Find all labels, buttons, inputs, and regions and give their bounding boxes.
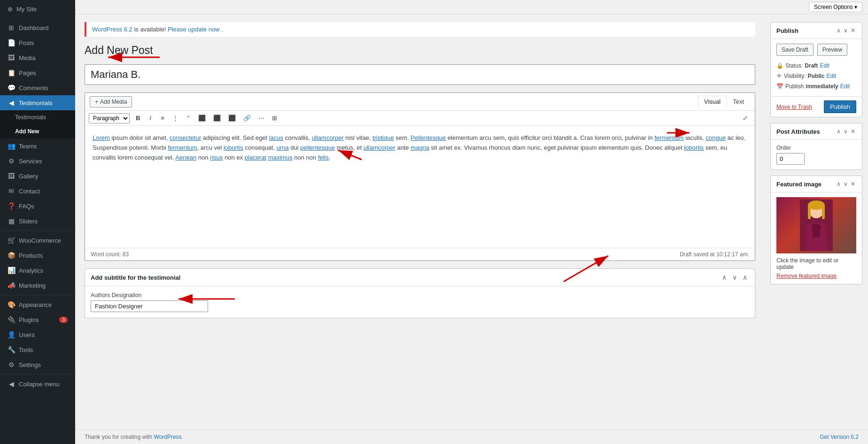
italic-button[interactable]: I [145,113,156,123]
editor-toolbar: Paragraph B I ≡ ⋮ " ⬛ ⬛ ⬛ 🔗 ⋯ ⊞ ⤢ [85,111,755,126]
sidebar-item-label: Posts [19,39,34,46]
order-input[interactable] [776,153,805,165]
featured-image-caption[interactable]: Click the image to edit or update [776,257,856,270]
publish-down-button[interactable]: ∨ [843,26,849,35]
remove-featured-image-button[interactable]: Remove featured image [776,273,837,279]
fi-up-button[interactable]: ∧ [836,180,842,188]
calendar-icon: 📅 [776,83,783,90]
attr-up-button[interactable]: ∧ [836,127,842,136]
get-version-link[interactable]: Get Version 6.2 [820,434,859,440]
content-area: WordPress 6.2 is available! Please updat… [75,15,868,429]
update-now-link[interactable]: Please update now [168,26,220,33]
metabox-down-button[interactable]: ∨ [730,273,739,282]
screen-options-button[interactable]: Screen Options ▾ [809,2,862,12]
sidebar-item-tools[interactable]: 🔧 Tools [0,342,75,357]
visibility-icon: 👁 [776,73,782,79]
publish-up-button[interactable]: ∧ [836,26,842,35]
add-media-button[interactable]: + Add Media [90,96,132,107]
sidebar-item-gallery[interactable]: 🖼 Gallery [0,168,75,184]
sidebar-item-testimonials[interactable]: ◀ Testimonials [0,95,75,110]
tab-visual[interactable]: Visual [698,96,727,107]
submenu-label: Testimonials [15,114,46,121]
sidebar-collapse[interactable]: ◀ Collapse menu [0,376,75,391]
sidebar-item-users[interactable]: 👤 Users [0,327,75,342]
wp-logo-icon: ⊛ [8,6,13,13]
attr-close-button[interactable]: ✕ [850,127,856,136]
sidebar-item-label: Plugins [19,316,39,323]
align-left-button[interactable]: ⬛ [195,113,209,123]
sidebar-item-appearance[interactable]: 🎨 Appearance [0,297,75,312]
status-edit-link[interactable]: Edit [820,62,829,69]
sidebar-item-label: Teams [19,143,37,150]
status-label: Status: [785,62,803,69]
sidebar-submenu-add-new[interactable]: Add New [0,124,75,138]
contact-icon: ✉ [8,187,15,195]
sidebar-logo[interactable]: ⊛ My Site [0,0,75,18]
testimonials-icon: ◀ [8,99,15,107]
authors-designation-label: Authors Designation [91,292,749,299]
status-value: Draft [805,62,818,69]
publish-close-button[interactable]: ✕ [850,26,856,35]
publish-actions: Save Draft Preview [776,44,856,56]
sidebar-item-services[interactable]: ⚙ Services [0,153,75,168]
metabox-up-button[interactable]: ∧ [720,273,728,282]
sidebar-submenu-testimonials[interactable]: Testimonials [0,110,75,124]
blockquote-button[interactable]: " [183,113,194,123]
topbar: Screen Options ▾ [75,0,868,15]
sidebar-item-sliders[interactable]: ▦ Sliders [0,214,75,229]
metabox-close-button[interactable]: ∧ [741,273,749,282]
link-button[interactable]: 🔗 [240,113,254,123]
move-to-trash-button[interactable]: Move to Trash [776,104,812,110]
publish-edit-link[interactable]: Edit [840,83,850,90]
collapse-icon: ◀ [8,380,15,388]
sidebar-item-label: Analytics [19,267,43,274]
visibility-edit-link[interactable]: Edit [826,73,836,79]
sidebar-item-marketing[interactable]: 📣 Marketing [0,278,75,293]
unordered-list-button[interactable]: ≡ [157,113,168,123]
notice-text-middle: is available! [134,26,168,33]
fi-down-button[interactable]: ∨ [843,180,849,188]
authors-designation-input[interactable] [91,300,208,312]
post-title-input[interactable] [85,64,755,85]
tab-text[interactable]: Text [727,96,750,107]
bold-button[interactable]: B [132,113,144,123]
sidebar-item-teams[interactable]: 👥 Teams [0,138,75,153]
featured-image-thumbnail[interactable] [776,197,856,253]
sidebar-item-contact[interactable]: ✉ Contact [0,184,75,199]
sidebar-item-plugins[interactable]: 🔌 Plugins 3 [0,312,75,327]
wordpress-link[interactable]: WordPress [154,434,181,440]
publish-button[interactable]: Publish [824,100,856,113]
table-button[interactable]: ⊞ [269,113,280,123]
expand-button[interactable]: ⤢ [739,113,751,123]
fi-close-button[interactable]: ✕ [850,180,856,188]
sidebar-item-settings[interactable]: ⚙ Settings [0,357,75,372]
sidebar-item-products[interactable]: 📦 Products [0,248,75,263]
align-right-button[interactable]: ⬛ [225,113,239,123]
more-button[interactable]: ⋯ [255,113,268,123]
sidebar-item-label: FAQs [19,203,34,210]
wp-version-link[interactable]: WordPress 6.2 [92,26,132,33]
save-draft-button[interactable]: Save Draft [776,44,814,56]
sidebar-item-dashboard[interactable]: ⊞ Dashboard [0,20,75,35]
teams-icon: 👥 [8,142,15,150]
sidebar-item-pages[interactable]: 📋 Pages [0,65,75,80]
sidebar-item-media[interactable]: 🖼 Media [0,50,75,65]
ordered-list-button[interactable]: ⋮ [169,113,182,123]
woocommerce-icon: 🛒 [8,237,15,244]
align-center-button[interactable]: ⬛ [210,113,224,123]
media-icon: 🖼 [8,54,15,61]
sidebar-item-faqs[interactable]: ❓ FAQs [0,199,75,214]
attr-down-button[interactable]: ∨ [843,127,849,136]
sidebar-item-woocommerce[interactable]: 🛒 WooCommerce [0,233,75,248]
post-attributes-body: Order [771,140,862,169]
metabox-title: Add subtitle for the testimonial [91,274,180,281]
sidebar-item-analytics[interactable]: 📊 Analytics [0,263,75,278]
publish-footer: Move to Trash Publish [771,96,862,117]
editor-body[interactable]: Lorem ipsum dolor sit amet, consectetur … [85,126,755,248]
paragraph-select[interactable]: Paragraph [89,113,130,123]
sidebar-item-posts[interactable]: 📄 Posts [0,35,75,50]
dashboard-icon: ⊞ [8,24,15,31]
appearance-icon: 🎨 [8,301,15,308]
sidebar-item-comments[interactable]: 💬 Comments [0,80,75,95]
preview-button[interactable]: Preview [817,44,848,56]
